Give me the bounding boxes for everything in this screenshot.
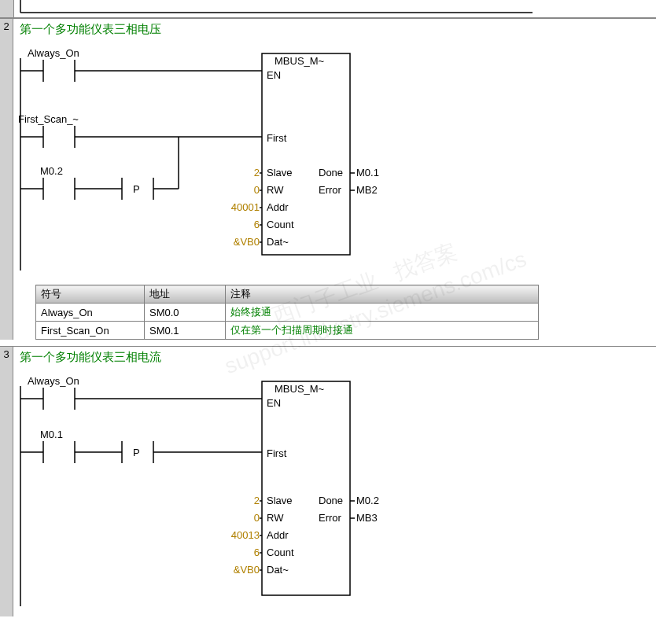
svg-text:RW: RW	[267, 512, 284, 524]
input-slave: 2	[254, 495, 260, 506]
svg-text:First: First	[267, 447, 287, 459]
contact-always-on: Always_On	[28, 47, 79, 59]
svg-text:RW: RW	[267, 184, 284, 196]
output-done: M0.2	[356, 495, 379, 506]
svg-text:Addr: Addr	[267, 529, 289, 541]
input-count: 6	[254, 546, 260, 558]
network-number-3: 3	[0, 347, 13, 616]
svg-text:Slave: Slave	[267, 495, 293, 506]
ladder-svg-net3: 第一个多功能仪表三相电流 Always_On M0.1 P MBUS_M~ EN…	[13, 347, 548, 614]
svg-text:Count: Count	[267, 546, 294, 558]
output-error: MB2	[356, 184, 378, 196]
network-fragment-top	[0, 0, 656, 18]
network-number-2: 2	[0, 19, 13, 340]
input-addr: 40001	[231, 201, 260, 213]
symbol-row: First_Scan_On SM0.1 仅在第一个扫描周期时接通	[36, 322, 539, 340]
svg-text:Dat~: Dat~	[267, 236, 289, 248]
network-title: 第一个多功能仪表三相电流	[20, 350, 161, 363]
input-addr: 40013	[231, 529, 260, 541]
pulse-p-icon: P	[133, 447, 140, 458]
network-title: 第一个多功能仪表三相电压	[20, 22, 161, 35]
block-name: MBUS_M~	[275, 55, 325, 67]
svg-text:Dat~: Dat~	[267, 564, 289, 576]
svg-text:EN: EN	[267, 397, 281, 409]
svg-text:Done: Done	[319, 167, 343, 178]
contact-m02: M0.2	[40, 165, 63, 177]
svg-text:Slave: Slave	[267, 167, 293, 178]
svg-text:Done: Done	[319, 495, 343, 506]
pulse-p-icon: P	[133, 183, 140, 195]
input-slave: 2	[254, 167, 260, 178]
svg-text:EN: EN	[267, 69, 281, 81]
input-dat: &VB0	[234, 236, 260, 248]
output-error: MB3	[356, 512, 378, 524]
network-2: 2 第一个多功能仪表三相电压 Always_On First_Scan_~ M0…	[0, 18, 656, 340]
block-name: MBUS_M~	[275, 383, 325, 395]
svg-text:Error: Error	[319, 184, 342, 196]
svg-text:Addr: Addr	[267, 201, 289, 213]
output-done: M0.1	[356, 167, 379, 178]
symbol-row: Always_On SM0.0 始终接通	[36, 304, 539, 322]
contact-m01: M0.1	[40, 429, 63, 440]
input-dat: &VB0	[234, 564, 260, 576]
network-3: 3 第一个多功能仪表三相电流 Always_On M0.1 P MBUS_M~	[0, 346, 656, 616]
symbol-table-net2: 符号 地址 注释 Always_On SM0.0 始终接通 First_Scan…	[35, 285, 539, 340]
symbol-table-header: 符号 地址 注释	[36, 285, 539, 304]
contact-always-on: Always_On	[28, 375, 79, 387]
contact-first-scan: First_Scan_~	[18, 113, 79, 125]
svg-text:Error: Error	[319, 512, 342, 524]
svg-text:First: First	[267, 132, 287, 144]
input-rw: 0	[254, 184, 260, 196]
ladder-svg-net2: 第一个多功能仪表三相电压 Always_On First_Scan_~ M0.2	[13, 19, 548, 282]
input-count: 6	[254, 219, 260, 230]
input-rw: 0	[254, 512, 260, 524]
svg-text:Count: Count	[267, 219, 294, 230]
